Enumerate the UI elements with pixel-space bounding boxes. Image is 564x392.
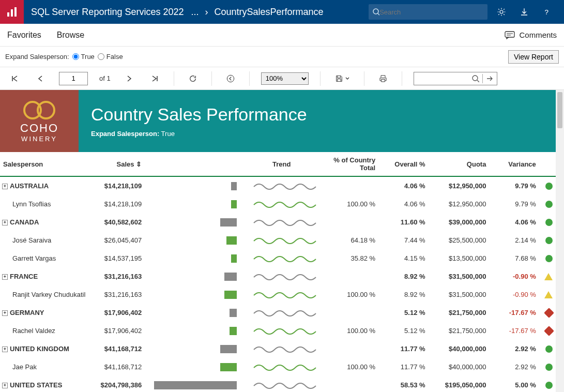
sparkline-icon [253, 179, 320, 191]
cell-quota: $39,000,000 [429, 213, 490, 231]
col-quota[interactable]: Quota [429, 152, 490, 176]
report-header: COHO WINERY Country Sales Performance Ex… [0, 90, 556, 152]
report-body: COHO WINERY Country Sales Performance Ex… [0, 90, 556, 392]
zoom-select[interactable]: 100% [261, 72, 309, 85]
cell-pct-country: 64.18 % [323, 231, 378, 249]
green-indicator-icon [545, 255, 553, 262]
yellow-indicator-icon [544, 273, 553, 280]
tab-browse[interactable]: Browse [57, 31, 84, 40]
tab-favorites[interactable]: Favorites [7, 31, 41, 40]
search-input[interactable] [379, 8, 483, 16]
expand-icon[interactable]: + [2, 220, 8, 225]
chart-icon [6, 6, 18, 18]
cell-pct-country [323, 340, 378, 358]
find-next-icon[interactable] [486, 76, 493, 82]
cell-pct-country [323, 267, 378, 285]
last-page-button[interactable] [148, 71, 162, 86]
help-icon[interactable]: ? [542, 7, 552, 17]
col-overall[interactable]: Overall % [378, 152, 428, 176]
cell-sales: $14,218,109 [94, 195, 145, 213]
sparkline-icon [253, 198, 320, 209]
comments-label: Comments [519, 31, 557, 39]
cell-trend [240, 376, 323, 392]
cell-sales: $41,168,712 [94, 340, 145, 358]
cell-name: +UNITED STATES [0, 376, 94, 392]
col-variance[interactable]: Variance [489, 152, 539, 176]
report-title: Country Sales Performance [91, 104, 307, 125]
find-box[interactable] [414, 72, 497, 85]
next-page-button[interactable] [122, 71, 136, 86]
app-logo[interactable] [0, 0, 24, 24]
col-pct-country[interactable]: % of Country Total [323, 152, 378, 176]
cell-trend [240, 267, 323, 285]
save-button[interactable] [332, 71, 353, 86]
cell-name: +FRANCE [0, 267, 94, 285]
first-page-button[interactable] [7, 71, 22, 86]
comments-link[interactable]: Comments [505, 31, 557, 39]
breadcrumb-current[interactable]: CountrySalesPerformance [215, 7, 324, 18]
expand-icon[interactable]: + [2, 274, 8, 280]
red-indicator-icon [544, 308, 554, 318]
cell-name: Ranjit Varkey Chudukatil [0, 285, 94, 304]
cell-pct-country [323, 176, 378, 195]
cell-quota: $31,500,000 [429, 285, 490, 304]
radio-true[interactable]: True [72, 53, 95, 61]
prev-page-button[interactable] [33, 71, 48, 86]
expand-icon[interactable]: + [2, 184, 8, 189]
download-icon[interactable] [520, 7, 529, 17]
green-indicator-icon [545, 382, 553, 389]
cell-sales: $26,045,407 [94, 231, 145, 249]
radio-true-input[interactable] [72, 53, 79, 60]
cell-quota: $12,950,000 [429, 176, 490, 195]
cell-overall: 5.12 % [378, 304, 428, 322]
cell-indicator [539, 176, 556, 195]
vertical-scrollbar[interactable] [556, 90, 564, 392]
cell-variance: 2.92 % [489, 358, 539, 376]
col-trend[interactable]: Trend [240, 152, 323, 176]
green-indicator-icon [545, 345, 553, 353]
expand-icon[interactable]: + [2, 346, 8, 352]
app-title[interactable]: SQL Server Reporting Services 2022 [24, 7, 191, 18]
expand-icon[interactable]: + [2, 310, 8, 316]
back-button[interactable] [223, 71, 238, 86]
cell-name: Rachel Valdez [0, 322, 94, 340]
col-salesperson[interactable]: Salesperson [0, 152, 94, 176]
gear-icon[interactable] [497, 7, 506, 17]
cell-trend [240, 340, 323, 358]
report-subtitle: Expand Salesperson: True [91, 130, 307, 138]
cell-trend [240, 231, 323, 249]
cell-indicator [539, 340, 556, 358]
cell-quota: $40,000,000 [429, 358, 490, 376]
view-report-button[interactable]: View Report [508, 50, 559, 64]
cell-pct-country [323, 213, 378, 231]
col-sales[interactable]: Sales ⇕ [94, 152, 145, 176]
table-row: +FRANCE$31,216,1638.92 %$31,500,000-0.90… [0, 267, 556, 285]
cell-overall: 8.92 % [378, 285, 428, 304]
cell-overall: 11.77 % [378, 358, 428, 376]
cell-overall: 11.60 % [378, 213, 428, 231]
cell-name: +GERMANY [0, 304, 94, 322]
cell-quota: $21,750,000 [429, 322, 490, 340]
find-input[interactable] [417, 74, 469, 82]
print-button[interactable] [376, 71, 390, 86]
cell-bar [145, 249, 240, 267]
refresh-button[interactable] [186, 71, 200, 86]
cell-variance: -17.67 % [489, 322, 539, 340]
cell-quota: $40,000,000 [429, 340, 490, 358]
green-indicator-icon [545, 364, 553, 371]
coho-rings-icon [21, 100, 57, 120]
sparkline-icon [253, 306, 320, 318]
radio-false-input[interactable] [98, 53, 104, 60]
cell-overall: 4.15 % [378, 249, 428, 267]
search-box[interactable] [369, 4, 487, 20]
cell-bar [145, 304, 240, 322]
expand-icon[interactable]: + [2, 383, 8, 388]
breadcrumb-ellipsis[interactable]: ... [191, 7, 199, 18]
scroll-thumb[interactable] [557, 92, 562, 128]
radio-false[interactable]: False [98, 53, 123, 61]
cell-overall: 7.44 % [378, 231, 428, 249]
cell-sales: $31,216,163 [94, 285, 145, 304]
table-row: +GERMANY$17,906,4025.12 %$21,750,000-17.… [0, 304, 556, 322]
page-number-input[interactable] [59, 72, 88, 85]
cell-overall: 4.06 % [378, 195, 428, 213]
